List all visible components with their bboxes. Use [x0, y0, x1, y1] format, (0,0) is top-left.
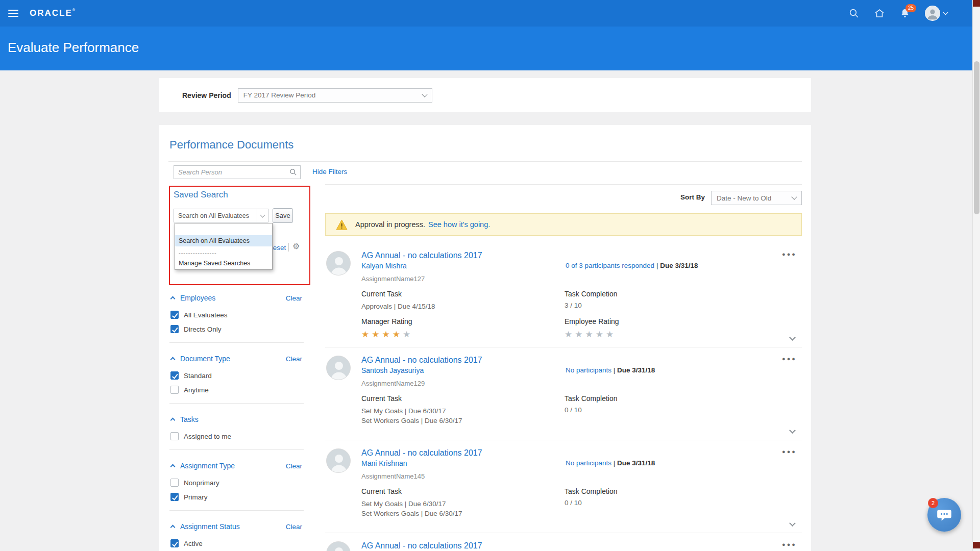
search-person-input[interactable] — [178, 168, 289, 176]
checkbox[interactable] — [170, 479, 179, 487]
filter-clear-link[interactable]: Clear — [286, 523, 304, 531]
filter-option-label: All Evaluatees — [184, 311, 228, 319]
filter-group-header: Employees Clear — [169, 291, 304, 305]
filter-group: Tasks Assigned to me — [169, 413, 304, 450]
filter-option[interactable]: Anytime — [169, 383, 304, 397]
filter-option[interactable]: Nonprimary — [169, 475, 304, 490]
expand-chevron-icon[interactable] — [789, 334, 796, 341]
due-date: Due 3/31/18 — [617, 366, 655, 374]
home-icon[interactable] — [874, 8, 885, 19]
card-actions-menu-icon[interactable]: ●●● — [782, 448, 797, 455]
checkbox[interactable] — [170, 432, 179, 440]
checkbox[interactable] — [170, 325, 179, 333]
hide-filters-link[interactable]: Hide Filters — [312, 168, 347, 176]
task-completion-label: Task Completion — [565, 290, 618, 298]
star-empty-icon: ★ — [565, 330, 572, 339]
checkbox[interactable] — [170, 371, 179, 380]
performance-document-card: AG Annual - no calculations 2017 Mani Kr… — [325, 440, 802, 533]
performance-documents-panel: Performance Documents Hide Filters Saved… — [159, 125, 811, 551]
filter-group-title[interactable]: Tasks — [180, 415, 199, 423]
filter-group-header: Document Type Clear — [169, 352, 304, 365]
warning-icon — [336, 219, 348, 230]
expand-chevron-icon[interactable] — [789, 520, 796, 527]
card-actions-menu-icon[interactable]: ●●● — [782, 541, 797, 547]
saved-search-option[interactable]: Manage Saved Searches — [175, 258, 272, 269]
collapse-chevron-icon[interactable] — [170, 464, 176, 469]
divider — [169, 403, 304, 404]
employee-rating-stars: ★★★★★ — [565, 329, 619, 340]
divider — [169, 510, 304, 511]
participants-link[interactable]: 0 of 3 participants responded — [566, 262, 654, 269]
checkbox[interactable] — [170, 493, 179, 501]
document-title-link[interactable]: AG Annual - no calculations 2017 — [361, 541, 482, 550]
employee-name-link[interactable]: Santosh Jayasuriya — [361, 366, 424, 374]
due-date: Due 3/31/18 — [660, 262, 698, 269]
employee-name-link[interactable]: Mani Krishnan — [361, 459, 407, 467]
employee-name-link[interactable]: Kalyan Mishra — [361, 262, 407, 270]
document-title-link[interactable]: AG Annual - no calculations 2017 — [361, 448, 482, 458]
filter-group-title[interactable]: Employees — [180, 294, 215, 302]
filter-group-header: Assignment Type Clear — [169, 459, 304, 472]
filter-clear-link[interactable]: Clear — [286, 462, 304, 470]
checkbox[interactable] — [170, 386, 179, 394]
filter-clear-link[interactable]: Clear — [286, 355, 304, 363]
user-avatar[interactable] — [925, 6, 947, 21]
sort-by-select[interactable]: Date - New to Old — [711, 191, 802, 205]
scrollbar-track[interactable] — [972, 0, 980, 551]
chevron-down-icon — [791, 194, 797, 199]
card-actions-menu-icon[interactable]: ●●● — [782, 251, 797, 257]
participants-link[interactable]: No participants — [566, 366, 611, 374]
filter-group-title[interactable]: Assignment Status — [180, 522, 240, 531]
assignment-name: AssignmentName145 — [361, 472, 779, 482]
registered-mark: ® — [72, 8, 76, 12]
saved-search-select[interactable]: Search on All Evaluatees — [174, 209, 268, 222]
filter-option[interactable]: Assigned to me — [169, 429, 304, 443]
filter-option-label: Primary — [184, 493, 208, 501]
document-title-link[interactable]: AG Annual - no calculations 2017 — [361, 251, 482, 260]
filter-group: Employees Clear All Evaluatees Directs O… — [169, 291, 304, 343]
chevron-down-icon[interactable] — [257, 209, 268, 222]
collapse-chevron-icon[interactable] — [170, 296, 176, 302]
scrollbar-thumb[interactable] — [974, 61, 979, 214]
collapse-chevron-icon[interactable] — [170, 357, 176, 362]
checkbox[interactable] — [170, 539, 179, 547]
chevron-down-icon — [422, 91, 427, 97]
task-completion-value: 0 / 10 — [565, 406, 618, 414]
notifications-bell-icon[interactable]: 25 — [899, 8, 911, 19]
saved-search-title: Saved Search — [174, 190, 228, 200]
filter-group-title[interactable]: Assignment Type — [180, 462, 235, 470]
review-period-select[interactable]: FY 2017 Review Period — [238, 88, 432, 103]
separator: | — [614, 459, 617, 467]
checkbox[interactable] — [170, 311, 179, 319]
filter-option[interactable]: Directs Only — [169, 322, 304, 336]
chat-fab-button[interactable]: 2 — [927, 498, 961, 532]
collapse-chevron-icon[interactable] — [170, 525, 176, 530]
expand-chevron-icon[interactable] — [789, 427, 796, 434]
topbar: ORACLE® 25 — [0, 0, 980, 27]
magnifier-icon[interactable] — [289, 168, 297, 176]
filter-group-title[interactable]: Document Type — [180, 355, 230, 363]
gear-icon[interactable]: ⚙ — [292, 241, 300, 251]
filter-option[interactable]: Primary — [169, 490, 304, 504]
collapse-chevron-icon[interactable] — [170, 418, 176, 423]
filter-group: Assignment Type Clear Nonprimary Primary — [169, 459, 304, 511]
oracle-logo: ORACLE® — [30, 8, 76, 18]
star-empty-icon: ★ — [585, 330, 593, 339]
save-search-button[interactable]: Save — [273, 208, 293, 223]
document-title-link[interactable]: AG Annual - no calculations 2017 — [361, 356, 482, 365]
search-icon[interactable] — [848, 8, 860, 19]
filter-option[interactable]: All Evaluatees — [169, 308, 304, 322]
banner-link[interactable]: See how it's going. — [428, 220, 490, 229]
filter-clear-link[interactable]: Clear — [286, 294, 304, 302]
saved-search-option-blank[interactable] — [175, 224, 272, 235]
saved-search-option[interactable]: Search on All Evaluatees — [175, 235, 272, 246]
avatar-image — [925, 6, 940, 21]
participants-link[interactable]: No participants — [566, 459, 611, 467]
menu-icon[interactable] — [8, 10, 18, 17]
employee-avatar — [326, 448, 351, 473]
card-actions-menu-icon[interactable]: ●●● — [782, 356, 797, 362]
divider — [169, 449, 304, 450]
star-filled-icon: ★ — [393, 330, 400, 339]
filter-option[interactable]: Standard — [169, 368, 304, 383]
filter-option[interactable]: Active — [169, 536, 304, 550]
